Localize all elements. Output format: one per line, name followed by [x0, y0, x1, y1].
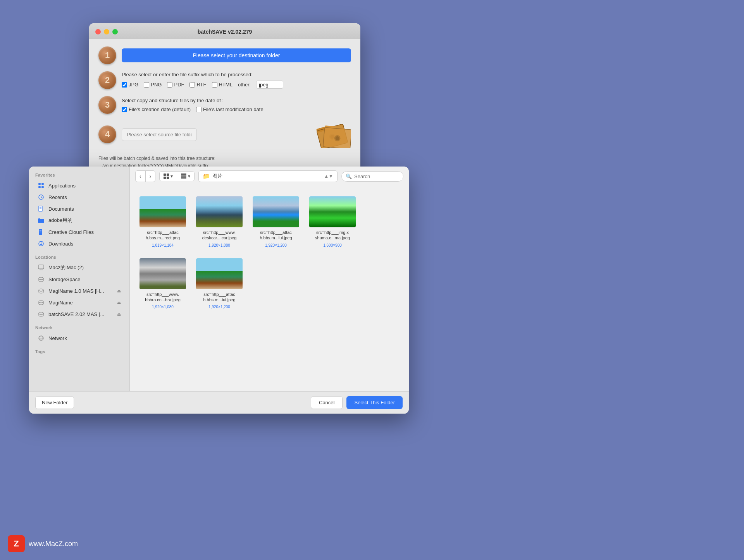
search-box: 🔍	[341, 171, 403, 182]
picker-main: ‹ › ▾ ▾ 📁 图片 ▲▼	[130, 167, 409, 391]
sidebar-item-recents[interactable]: Recents	[31, 191, 127, 203]
file-item[interactable]: src=http___www.deskcar....car.jpeg 1,920…	[194, 194, 245, 250]
tags-label: Tags	[29, 349, 129, 356]
svg-point-32	[39, 312, 43, 314]
new-folder-button[interactable]: New Folder	[35, 396, 74, 409]
sidebar-item-creative-cloud[interactable]: Creative Cloud Files	[31, 226, 127, 238]
svg-point-30	[39, 289, 43, 291]
folder-adobe-icon	[38, 217, 45, 224]
svg-rect-36	[164, 173, 166, 176]
file-item[interactable]: src=http___attach.bbs.m...iui.jpeg 1,920…	[251, 194, 301, 250]
cb-pdf[interactable]: PDF	[167, 82, 184, 88]
svg-point-29	[39, 277, 43, 280]
file-dims: 1,600×900	[323, 243, 342, 247]
cb-html[interactable]: HTML	[212, 82, 232, 88]
info-line1: Files will be batch copied & saved into …	[98, 155, 351, 162]
list-view-chevron: ▾	[188, 173, 190, 179]
file-dims: 1,920×1,080	[208, 243, 230, 247]
applications-label: Applications	[48, 183, 76, 189]
file-thumb	[196, 196, 243, 227]
cb-mod-date[interactable]: File's last modification date	[196, 107, 264, 112]
cb-rtf-input[interactable]	[189, 82, 195, 88]
close-button[interactable]	[95, 29, 101, 34]
maginame-label: MagiName	[48, 300, 73, 306]
locations-label: Locations	[29, 255, 129, 262]
icon-view-button[interactable]: ▾	[160, 172, 177, 181]
other-suffix-input[interactable]: jpeg	[256, 81, 283, 89]
sidebar-item-applications[interactable]: Applications	[31, 180, 127, 191]
sidebar-item-maginame1[interactable]: MagiName 1.0 MAS [H... ⏏	[31, 285, 127, 297]
sidebar-item-adobe[interactable]: adobe用的	[31, 215, 127, 226]
svg-rect-40	[181, 173, 186, 175]
file-item[interactable]: src=http___attach.bbs.m...rect.png 1,819…	[138, 194, 188, 250]
current-folder-button[interactable]: 📁 图片 ▲▼	[198, 170, 338, 182]
favorites-label: Favorites	[29, 173, 129, 180]
file-name: src=http___www.bbbra.cn...bra.jpeg	[145, 292, 181, 303]
traffic-lights	[95, 29, 118, 34]
file-thumb	[140, 258, 186, 289]
watermark-url: www.MacZ.com	[29, 540, 78, 548]
file-name: src=http___attach.bbs.m...iui.jpeg	[203, 292, 235, 303]
applications-icon	[38, 182, 45, 189]
nav-back-button[interactable]: ‹	[136, 171, 146, 182]
svg-line-16	[41, 197, 42, 198]
select-folder-button[interactable]: Select This Folder	[346, 396, 403, 409]
folder-decoration	[316, 121, 351, 148]
folder-icon: 📁	[203, 173, 210, 180]
storage-label: StorageSpace	[48, 277, 80, 282]
file-name: src=http___attach.bbs.m...rect.png	[146, 230, 180, 241]
cb-pdf-input[interactable]	[167, 82, 172, 88]
sidebar-item-documents[interactable]: Documents	[31, 203, 127, 215]
svg-point-11	[41, 183, 44, 185]
list-view-button[interactable]: ▾	[177, 172, 194, 181]
eject-icon-maginame1[interactable]: ⏏	[117, 289, 121, 294]
batchsave-disk-icon	[38, 311, 45, 318]
sidebar-item-maginame[interactable]: MagiName ⏏	[31, 297, 127, 308]
maginame1-icon	[38, 287, 45, 294]
downloads-icon	[38, 240, 45, 247]
cb-jpg-input[interactable]	[122, 82, 127, 88]
step1-row: 1 Please select your destination folder	[98, 46, 351, 64]
step4-content	[122, 128, 311, 141]
eject-icon-maginame[interactable]: ⏏	[117, 300, 121, 305]
suffix-checkboxes: JPG PNG PDF RTF	[122, 81, 351, 89]
cb-png-input[interactable]	[144, 82, 149, 88]
sidebar-item-downloads[interactable]: Downloads	[31, 238, 127, 249]
cancel-button[interactable]: Cancel	[311, 396, 343, 409]
source-folder-input[interactable]	[122, 128, 197, 141]
sidebar-item-network[interactable]: Network	[31, 332, 127, 344]
cb-creation-date[interactable]: File's creation date (default)	[122, 107, 191, 112]
documents-icon	[38, 205, 45, 212]
file-item[interactable]: src=http___img.xshuma.c...ma.jpeg 1,600×…	[307, 194, 358, 250]
svg-rect-42	[181, 177, 186, 179]
cb-creation-label: File's creation date (default)	[129, 107, 191, 112]
suffix-label: Please select or enter the file suffix w…	[122, 72, 351, 77]
step3-badge: 3	[98, 96, 116, 114]
file-thumb	[140, 196, 186, 227]
sidebar-item-imac[interactable]: Macz的iMac (2)	[31, 262, 127, 273]
cb-png[interactable]: PNG	[144, 82, 162, 88]
file-item[interactable]: src=http___www.bbbra.cn...bra.jpeg 1,920…	[138, 256, 188, 312]
cb-mod-label: File's last modification date	[203, 107, 264, 112]
file-item[interactable]: src=http___attach.bbs.m...iui.jpeg 1,920…	[194, 256, 245, 312]
search-input[interactable]	[354, 173, 399, 179]
cb-jpg[interactable]: JPG	[122, 82, 138, 88]
sidebar-item-batchsave[interactable]: batchSAVE 2.02 MAS [... ⏏	[31, 308, 127, 320]
destination-folder-button[interactable]: Please select your destination folder	[122, 48, 351, 62]
cb-mod-input[interactable]	[196, 107, 202, 112]
sidebar-item-storage[interactable]: StorageSpace	[31, 273, 127, 285]
files-grid: src=http___attach.bbs.m...rect.png 1,819…	[130, 186, 409, 391]
file-dims: 1,920×1,200	[265, 243, 287, 247]
picker-footer: New Folder Cancel Select This Folder	[29, 391, 409, 414]
nav-forward-button[interactable]: ›	[146, 171, 155, 182]
cb-rtf[interactable]: RTF	[189, 82, 206, 88]
imac-label: Macz的iMac (2)	[48, 264, 84, 271]
file-thumb	[253, 196, 299, 227]
eject-icon-batchsave[interactable]: ⏏	[117, 312, 121, 317]
watermark-z-letter: Z	[14, 539, 19, 549]
cb-html-input[interactable]	[212, 82, 217, 88]
minimize-button[interactable]	[104, 29, 109, 34]
picker-sidebar: Favorites Applications Recents Documents	[29, 167, 130, 391]
maximize-button[interactable]	[112, 29, 118, 34]
cb-creation-input[interactable]	[122, 107, 127, 112]
